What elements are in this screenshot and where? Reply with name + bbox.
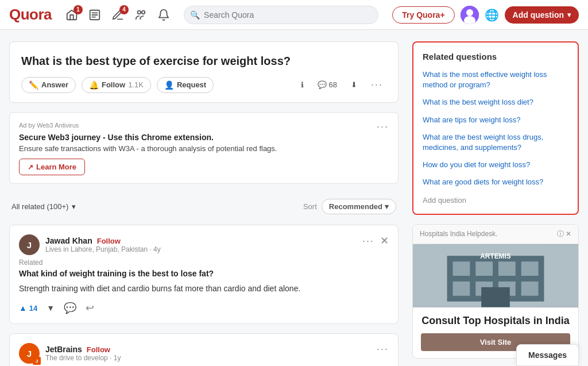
upvote-button[interactable]: ▲ 14 xyxy=(19,303,37,313)
info-button[interactable]: ℹ xyxy=(297,78,307,91)
chevron-down-icon: ▾ xyxy=(567,11,571,19)
answer-button[interactable]: ✏️ Answer xyxy=(21,77,76,93)
messages-bubble[interactable]: Messages xyxy=(516,344,579,366)
upvote-icon: ▲ xyxy=(19,303,27,313)
downvote-button[interactable]: ▼ xyxy=(47,303,55,313)
ad-card: Ad by Web3 Antivirus ··· Secure Web3 jou… xyxy=(9,112,399,184)
related-question-link[interactable]: What are the best weight loss drugs, med… xyxy=(423,132,568,153)
ad-info-icon[interactable]: ⓘ ✕ xyxy=(557,229,571,239)
answer-text: Strength training with diet and cardio b… xyxy=(19,283,389,295)
svg-rect-13 xyxy=(498,261,516,276)
more-options-button[interactable]: ··· xyxy=(368,76,386,93)
question-actions: ✏️ Answer 🔔 Follow 1.1K 👤 Request ℹ 💬 68 xyxy=(21,76,386,93)
svg-rect-18 xyxy=(521,281,539,295)
ad-title: Secure Web3 journey - Use this Chrome ex… xyxy=(19,133,389,142)
author-name[interactable]: Jawad Khan xyxy=(45,236,92,245)
svg-point-4 xyxy=(138,10,141,14)
sidebar: Related questions What is the most effec… xyxy=(412,41,579,366)
svg-rect-11 xyxy=(453,261,470,276)
answer-more-options[interactable]: ··· xyxy=(377,343,389,355)
sort-controls: Sort Recommended ▾ xyxy=(303,199,396,214)
add-question-button[interactable]: Add question ▾ xyxy=(505,6,579,24)
ad-sidebar-header: Hospitals India Helpdesk. ⓘ ✕ xyxy=(413,225,578,244)
related-label: Related xyxy=(19,259,389,267)
try-quora-button[interactable]: Try Quora+ xyxy=(392,6,454,24)
nav-right-actions: Try Quora+ 🌐 Add question ▾ xyxy=(392,6,579,24)
downvote-icon: ▼ xyxy=(47,303,55,313)
answer-card: J Jawad Khan Follow Lives in Lahore, Pun… xyxy=(9,225,399,324)
content-area: What is the best type of exercise for we… xyxy=(9,41,399,366)
svg-point-7 xyxy=(466,9,473,16)
ad-sidebar-title: Consult Top Hospitals in India xyxy=(421,314,570,328)
svg-rect-19 xyxy=(481,287,510,307)
request-button[interactable]: 👤 Request xyxy=(157,77,214,93)
home-icon[interactable]: 1 xyxy=(65,9,78,21)
related-question-link[interactable]: What is the most effective weight loss m… xyxy=(423,70,568,90)
answer-header-right: ··· xyxy=(377,343,389,355)
request-icon: 👤 xyxy=(164,80,174,90)
svg-point-5 xyxy=(142,10,145,14)
chevron-down-icon: ▾ xyxy=(385,202,389,211)
follow-author-link[interactable]: Follow xyxy=(87,345,110,354)
filter-bar: All related (100+) ▾ Sort Recommended ▾ xyxy=(9,193,399,220)
community-icon[interactable] xyxy=(134,9,147,21)
main-layout: What is the best type of exercise for we… xyxy=(0,30,588,366)
recommended-sort-button[interactable]: Recommended ▾ xyxy=(322,199,396,214)
write-icon[interactable]: 4 xyxy=(111,9,124,21)
follow-author-link[interactable]: Follow xyxy=(97,237,121,245)
add-question-label: Add question xyxy=(513,10,564,20)
svg-rect-14 xyxy=(521,261,539,276)
author-info: JetBrains Follow The drive to develop · … xyxy=(45,345,121,362)
question-secondary-actions: ℹ 💬 68 ⬇ ··· xyxy=(297,76,386,93)
all-related-filter[interactable]: All related (100+) ▾ xyxy=(11,202,76,211)
author-meta: Lives in Lahore, Punjab, Pakistan · 4y xyxy=(45,245,161,253)
ad-header: Ad by Web3 Antivirus ··· xyxy=(19,121,389,133)
write-badge: 4 xyxy=(119,5,129,14)
author-info: Jawad Khan Follow Lives in Lahore, Punja… xyxy=(45,236,161,253)
follow-icon: 🔔 xyxy=(89,80,99,90)
svg-text:ARTEMIS: ARTEMIS xyxy=(480,252,511,260)
svg-rect-12 xyxy=(475,261,493,276)
quora-logo[interactable]: Quora xyxy=(9,6,52,24)
avatar[interactable] xyxy=(461,6,479,24)
answer-header: J J JetBrains Follow The drive to develo… xyxy=(19,343,389,364)
comments-button[interactable]: 💬 68 xyxy=(314,78,341,91)
language-icon[interactable]: 🌐 xyxy=(485,8,499,22)
related-question: What kind of weight training is the best… xyxy=(19,269,389,278)
navbar: Quora 1 4 🔍 Try Quora+ xyxy=(0,0,588,30)
answer-more-options[interactable]: ··· xyxy=(362,235,374,247)
author-name[interactable]: JetBrains xyxy=(45,345,82,354)
search-bar: 🔍 xyxy=(184,6,378,24)
related-question-link[interactable]: What is the best weight loss diet? xyxy=(423,97,568,107)
learn-more-button[interactable]: ↗ Learn More xyxy=(19,159,85,175)
brand-badge: J xyxy=(33,357,41,365)
chevron-down-icon: ▾ xyxy=(72,202,76,211)
share-button[interactable]: ↩ xyxy=(86,302,94,314)
promoted-answer-card: J J JetBrains Follow The drive to develo… xyxy=(9,333,399,366)
ad-label: Ad by Web3 Antivirus xyxy=(19,122,79,129)
search-input[interactable] xyxy=(184,6,378,24)
answer-icon: ✏️ xyxy=(29,80,38,90)
add-question-link[interactable]: Add question xyxy=(423,196,466,205)
answers-icon[interactable] xyxy=(88,9,101,21)
related-questions-title: Related questions xyxy=(423,52,568,61)
svg-rect-15 xyxy=(453,281,470,295)
comment-button[interactable]: 💬 xyxy=(64,302,76,314)
answer-author: J Jawad Khan Follow Lives in Lahore, Pun… xyxy=(19,234,161,255)
related-question-link[interactable]: What are tips for weight loss? xyxy=(423,115,568,125)
nav-icons: 1 4 xyxy=(65,9,170,21)
downvote-button[interactable]: ⬇ xyxy=(347,78,361,91)
sidebar-ad: Hospitals India Helpdesk. ⓘ ✕ A xyxy=(412,224,579,359)
follow-button[interactable]: 🔔 Follow 1.1K xyxy=(82,77,151,93)
answer-header-right: ··· ✕ xyxy=(362,234,389,247)
ad-description: Ensure safe transactions with W3A - a th… xyxy=(19,144,389,153)
author-meta: The drive to develop · 1y xyxy=(45,354,121,362)
ad-sidebar-image: ARTEMIS xyxy=(413,244,578,307)
close-icon[interactable]: ✕ xyxy=(380,234,389,247)
related-question-link[interactable]: What are good diets for weight loss? xyxy=(423,177,568,187)
ad-more-options[interactable]: ··· xyxy=(377,121,389,133)
related-question-link[interactable]: How do you diet for weight loss? xyxy=(423,160,568,170)
avatar[interactable]: J xyxy=(19,234,40,255)
question-title: What is the best type of exercise for we… xyxy=(21,53,386,68)
notifications-icon[interactable] xyxy=(157,9,170,21)
